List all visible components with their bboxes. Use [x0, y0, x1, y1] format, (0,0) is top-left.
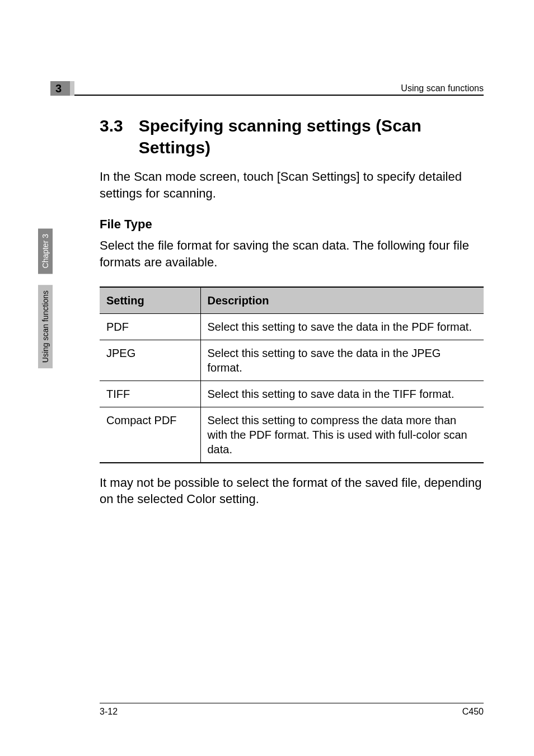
note-text: It may not be possible to select the for…: [100, 475, 484, 508]
section-intro: In the Scan mode screen, touch [Scan Set…: [100, 168, 484, 201]
settings-table: Setting Description PDF Select this sett…: [100, 287, 484, 463]
footer-row: 3-12 C450: [100, 707, 484, 717]
subsection-heading: File Type: [100, 217, 484, 232]
page-number: 3-12: [100, 707, 118, 717]
chapter-number-badge: 3: [50, 81, 70, 96]
subsection-intro: Select the file format for saving the sc…: [100, 237, 484, 270]
description-cell: Select this setting to save the data in …: [200, 340, 484, 381]
setting-cell: PDF: [100, 313, 200, 340]
table-header-row: Setting Description: [100, 287, 484, 314]
section-title: Specifying scanning settings (Scan Setti…: [139, 115, 484, 158]
page-header: 3 Using scan functions: [50, 81, 484, 96]
footer-rule: [100, 703, 484, 703]
setting-cell: JPEG: [100, 340, 200, 381]
section-heading: 3.3 Specifying scanning settings (Scan S…: [100, 115, 484, 158]
chapter-number: 3: [55, 82, 62, 95]
header-rule: [74, 95, 484, 96]
page-container: 3 Using scan functions Chapter 3 Using s…: [0, 0, 534, 756]
table-row: PDF Select this setting to save the data…: [100, 313, 484, 340]
side-tabs: Chapter 3 Using scan functions: [38, 228, 55, 380]
table-row: Compact PDF Select this setting to compr…: [100, 407, 484, 463]
setting-cell: TIFF: [100, 381, 200, 407]
table-header-setting: Setting: [100, 287, 200, 314]
side-tab-chapter: Chapter 3: [38, 228, 53, 274]
description-cell: Select this setting to save data in the …: [200, 381, 484, 407]
description-cell: Select this setting to save the data in …: [200, 313, 484, 340]
setting-cell: Compact PDF: [100, 407, 200, 463]
side-tab-section: Using scan functions: [38, 285, 53, 368]
section-number: 3.3: [100, 115, 123, 137]
breadcrumb: Using scan functions: [401, 83, 484, 93]
page-footer: 3-12 C450: [100, 703, 484, 717]
content-area: 3.3 Specifying scanning settings (Scan S…: [100, 115, 484, 508]
table-row: TIFF Select this setting to save data in…: [100, 381, 484, 407]
description-cell: Select this setting to compress the data…: [200, 407, 484, 463]
table-row: JPEG Select this setting to save the dat…: [100, 340, 484, 381]
model-number: C450: [462, 707, 484, 717]
table-header-description: Description: [200, 287, 484, 314]
